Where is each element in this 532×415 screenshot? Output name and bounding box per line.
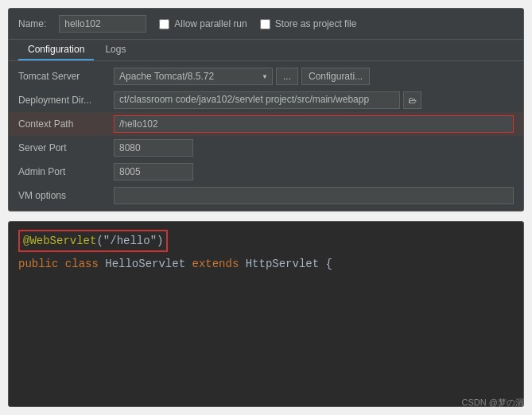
allow-parallel-group: Allow parallel run [159, 18, 247, 29]
admin-port-row: Admin Port [9, 160, 523, 184]
tab-configuration[interactable]: Configuration [18, 40, 94, 60]
annotation-box: @WebServlet("/hello") [18, 230, 168, 252]
code-line-2: public class HelloServlet extends HttpSe… [18, 255, 514, 273]
store-project-group: Store as project file [260, 18, 357, 29]
vm-options-value [114, 187, 514, 204]
admin-port-input[interactable] [114, 163, 193, 180]
tab-logs[interactable]: Logs [95, 40, 135, 60]
vm-options-label: VM options [18, 190, 114, 201]
name-input[interactable] [59, 15, 146, 33]
config-body: Tomcat Server Apache Tomcat/8.5.72 ... C… [9, 61, 523, 211]
context-path-value [114, 115, 514, 133]
code-line-1: @WebServlet("/hello") [18, 230, 514, 252]
opening-brace: { [326, 255, 332, 273]
admin-port-value [114, 163, 514, 180]
allow-parallel-checkbox[interactable] [159, 19, 169, 29]
deployment-dir-display: ct/classroom code/java102/servlet projec… [114, 91, 400, 109]
config-dialog: Name: Allow parallel run Store as projec… [8, 8, 524, 211]
tomcat-server-label: Tomcat Server [18, 71, 114, 82]
store-project-checkbox[interactable] [260, 19, 270, 29]
keyword-public: public [18, 255, 58, 273]
server-port-label: Server Port [18, 142, 114, 153]
code-editor-panel: @WebServlet("/hello") public class Hello… [8, 221, 524, 407]
admin-port-label: Admin Port [18, 166, 114, 177]
extends-keyword: extends [192, 255, 239, 273]
keyword-class: class [65, 255, 99, 273]
code-content: @WebServlet("/hello") public class Hello… [9, 222, 523, 281]
tomcat-config-button[interactable]: Configurati... [301, 68, 370, 85]
tomcat-server-row: Tomcat Server Apache Tomcat/8.5.72 ... C… [9, 64, 523, 88]
tabs-bar: Configuration Logs [9, 40, 523, 61]
deployment-dir-value: ct/classroom code/java102/servlet projec… [114, 91, 514, 109]
deployment-dir-row: Deployment Dir... ct/classroom code/java… [9, 88, 523, 112]
vm-options-row: VM options [9, 184, 523, 208]
context-path-row: Context Path [9, 112, 523, 136]
server-port-input[interactable] [114, 139, 193, 157]
tomcat-browse-button[interactable]: ... [276, 68, 298, 85]
tomcat-select[interactable]: Apache Tomcat/8.5.72 [114, 68, 273, 85]
context-path-label: Context Path [18, 118, 114, 130]
deployment-folder-button[interactable]: 🗁 [403, 91, 421, 109]
vm-options-input[interactable] [114, 187, 514, 204]
tomcat-select-wrapper: Apache Tomcat/8.5.72 [114, 68, 273, 85]
store-project-label: Store as project file [275, 18, 357, 29]
annotation-args: ("/hello") [96, 235, 163, 247]
server-port-row: Server Port [9, 136, 523, 160]
server-port-value [114, 139, 514, 157]
extends-type: HttpServlet [246, 255, 319, 273]
deployment-dir-label: Deployment Dir... [18, 95, 114, 106]
class-name: HelloServlet [105, 255, 185, 273]
annotation-name: @WebServlet [23, 235, 96, 247]
config-header: Name: Allow parallel run Store as projec… [9, 9, 523, 40]
context-path-input[interactable] [114, 115, 514, 133]
allow-parallel-label: Allow parallel run [174, 18, 247, 29]
name-label: Name: [18, 18, 46, 29]
tomcat-server-value: Apache Tomcat/8.5.72 ... Configurati... [114, 68, 514, 85]
watermark: CSDN @梦の涸 [462, 397, 524, 409]
